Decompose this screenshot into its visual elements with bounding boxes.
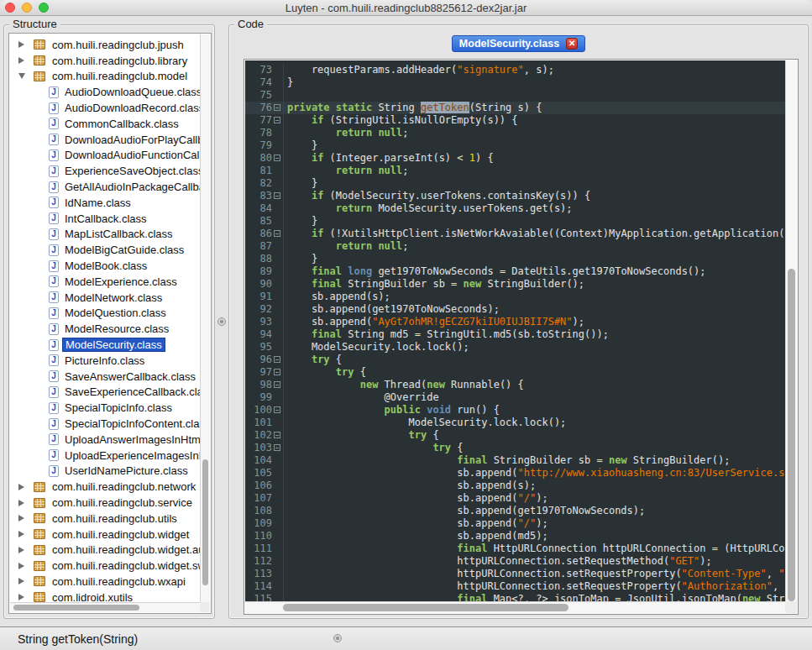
tree-item[interactable]: JSpecialTopicInfo.class xyxy=(10,400,200,416)
tree-item[interactable]: com.lidroid.xutils xyxy=(10,590,200,602)
token xyxy=(330,102,336,113)
fold-collapse-icon[interactable] xyxy=(274,356,280,363)
expander-collapsed-icon[interactable] xyxy=(18,57,34,64)
token: void xyxy=(427,404,451,416)
tree-item[interactable]: com.huili.readingclub.model xyxy=(10,69,200,85)
expander-expanded-icon[interactable] xyxy=(18,73,34,79)
expander-collapsed-icon[interactable] xyxy=(18,578,34,584)
splitter-knob[interactable] xyxy=(217,317,226,326)
tree-item[interactable]: JDownloadAudioForPlayCallbac xyxy=(10,132,200,148)
tree-item[interactable]: JModelBook.class xyxy=(10,258,200,274)
tree-item[interactable]: com.huili.readingclub.widget.swip xyxy=(10,558,200,574)
tree-item[interactable]: com.huili.readingclub.widget xyxy=(10,527,200,543)
tab-modelsecurity[interactable]: ModelSecurity.class ✕ xyxy=(452,35,585,52)
token: final xyxy=(457,543,487,554)
tree-item[interactable]: JModelExperience.class xyxy=(10,274,200,290)
token xyxy=(287,379,360,391)
tree-item[interactable]: JModelResource.class xyxy=(10,321,200,337)
token: @Override xyxy=(287,391,439,403)
fold-collapse-icon[interactable] xyxy=(274,230,280,237)
tree-item[interactable]: JGetAllAudioInPackageCallback xyxy=(10,179,200,195)
status-splitter-knob[interactable] xyxy=(333,634,342,642)
code-line: 80 if (Integer.parseInt(s) < 1) { xyxy=(245,152,785,165)
tree-vertical-scrollbar[interactable] xyxy=(200,34,210,602)
tree-viewport[interactable]: com.huili.readingclub.jpushcom.huili.rea… xyxy=(10,34,200,602)
tree-item[interactable]: JExperienceSaveObject.class xyxy=(10,163,200,179)
fold-collapse-icon[interactable] xyxy=(274,444,280,451)
tree-item[interactable]: com.huili.readingclub.service xyxy=(10,495,200,511)
tree-item[interactable]: com.huili.readingclub.utils xyxy=(10,511,200,527)
tree-item[interactable]: JUploadExperienceImagesInHt xyxy=(10,448,200,464)
code-vertical-scrollbar[interactable] xyxy=(785,60,797,601)
tree-item[interactable]: JModelSecurity.class xyxy=(10,337,200,353)
code-line: 111 final HttpURLConnection httpURLConne… xyxy=(245,543,785,555)
tree-item[interactable]: com.huili.readingclub.library xyxy=(10,53,200,69)
tree-vertical-scrollbar-thumb[interactable] xyxy=(202,459,208,585)
token xyxy=(287,442,432,453)
code-text: httpURLConnection.setRequestProperty("Au… xyxy=(283,580,785,593)
tree-item[interactable]: JModelBigCatGuide.class xyxy=(10,242,200,258)
tree-item[interactable]: com.huili.readingclub.widget.auto xyxy=(10,543,200,558)
tree-item[interactable]: com.huili.readingclub.network xyxy=(10,479,200,495)
code-line: 79 } xyxy=(245,139,785,152)
token: long xyxy=(348,265,372,277)
expander-collapsed-icon[interactable] xyxy=(18,531,34,537)
code-text: try { xyxy=(283,354,342,366)
tree-item-label: AudioDownloadRecord.class xyxy=(62,102,200,114)
tree-item[interactable]: JSaveExperienceCallback.class xyxy=(10,385,200,401)
token: return xyxy=(336,127,372,139)
code-text: final long get1970ToNowSeconds = DateUti… xyxy=(283,265,706,278)
token: sb.append( xyxy=(287,492,518,504)
fold-collapse-icon[interactable] xyxy=(274,104,280,111)
class-file-icon: J xyxy=(49,118,59,129)
tab-close-icon[interactable]: ✕ xyxy=(566,38,578,50)
tree-item[interactable]: JUserIdNamePicture.class xyxy=(10,464,200,480)
tree-item[interactable]: JModelQuestion.class xyxy=(10,306,200,322)
tree-horizontal-scrollbar-thumb[interactable] xyxy=(13,605,139,611)
tree-item[interactable]: JModelNetwork.class xyxy=(10,290,200,306)
fold-collapse-icon[interactable] xyxy=(274,381,280,388)
tree-horizontal-scrollbar[interactable] xyxy=(10,602,200,612)
tree-item[interactable]: com.huili.readingclub.jpush xyxy=(10,37,200,53)
fold-collapse-icon[interactable] xyxy=(274,117,280,123)
token xyxy=(287,190,312,202)
expander-triangle xyxy=(18,594,24,600)
tree-item[interactable]: com.huili.readingclub.wxapi xyxy=(10,574,200,590)
tree-item[interactable]: JSaveAnswerCallback.class xyxy=(10,369,200,385)
fold-collapse-icon[interactable] xyxy=(274,192,280,199)
fold-collapse-icon[interactable] xyxy=(274,369,280,375)
tree-item[interactable]: JIntCallback.class xyxy=(10,211,200,227)
fold-column xyxy=(272,165,283,177)
tree-item[interactable]: JUploadAnswerImagesInHtmlRe xyxy=(10,432,200,448)
fold-collapse-icon[interactable] xyxy=(274,432,280,438)
code-line: 78 return null; xyxy=(245,127,785,139)
fold-column xyxy=(272,228,283,240)
token: sb.append(md5); xyxy=(287,530,548,542)
expander-collapsed-icon[interactable] xyxy=(18,41,34,48)
expander-triangle xyxy=(18,578,24,584)
expander-collapsed-icon[interactable] xyxy=(18,547,34,553)
code-editor[interactable]: 73 requestParams.addHeader("signature", … xyxy=(245,60,785,601)
fold-collapse-icon[interactable] xyxy=(274,155,280,161)
token: new xyxy=(609,454,627,466)
expander-collapsed-icon[interactable] xyxy=(18,563,34,569)
tree-item[interactable]: JMapListCallback.class xyxy=(10,227,200,243)
expander-collapsed-icon[interactable] xyxy=(18,484,34,490)
expander-collapsed-icon[interactable] xyxy=(18,594,34,600)
code-horizontal-scrollbar[interactable] xyxy=(245,601,785,613)
code-vertical-scrollbar-thumb[interactable] xyxy=(788,269,795,601)
tree-item[interactable]: JCommonCallback.class xyxy=(10,116,200,132)
fold-column xyxy=(272,341,283,354)
tree-item[interactable]: JAudioDownloadQueue.class xyxy=(10,84,200,100)
expander-collapsed-icon[interactable] xyxy=(18,500,34,506)
code-horizontal-scrollbar-thumb[interactable] xyxy=(283,604,568,611)
tree-item[interactable]: JIdName.class xyxy=(10,195,200,211)
tree-item[interactable]: JSpecialTopicInfoContent.class xyxy=(10,416,200,432)
class-file-icon: J xyxy=(49,197,59,208)
tree-item[interactable]: JDownloadAudioFunctionCallba xyxy=(10,148,200,164)
tree-item[interactable]: JPictureInfo.class xyxy=(10,353,200,369)
fold-collapse-icon[interactable] xyxy=(274,406,280,413)
tree-item[interactable]: JAudioDownloadRecord.class xyxy=(10,100,200,116)
expander-collapsed-icon[interactable] xyxy=(18,515,34,522)
package-tree[interactable]: com.huili.readingclub.jpushcom.huili.rea… xyxy=(8,33,212,614)
